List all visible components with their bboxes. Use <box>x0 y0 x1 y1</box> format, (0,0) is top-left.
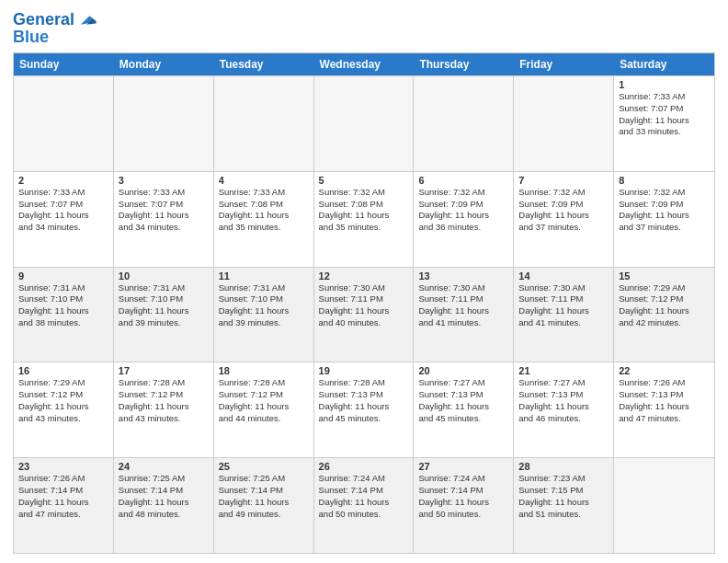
day-info: Sunrise: 7:25 AMSunset: 7:14 PMDaylight:… <box>119 473 209 520</box>
day-cell-3: 3Sunrise: 7:33 AMSunset: 7:07 PMDaylight… <box>114 172 214 267</box>
day-number: 1 <box>619 79 710 90</box>
header-day-sunday: Sunday <box>14 53 114 75</box>
day-cell-21: 21Sunrise: 7:27 AMSunset: 7:13 PMDayligh… <box>514 362 614 457</box>
day-number: 10 <box>119 270 209 282</box>
day-cell-1: 1Sunrise: 7:33 AMSunset: 7:07 PMDaylight… <box>614 76 714 171</box>
day-cell-4: 4Sunrise: 7:33 AMSunset: 7:08 PMDaylight… <box>214 172 314 267</box>
day-info: Sunrise: 7:33 AMSunset: 7:07 PMDaylight:… <box>18 187 108 234</box>
day-cell-26: 26Sunrise: 7:24 AMSunset: 7:14 PMDayligh… <box>314 458 415 553</box>
day-info: Sunrise: 7:28 AMSunset: 7:13 PMDaylight:… <box>319 377 409 424</box>
day-info: Sunrise: 7:29 AMSunset: 7:12 PMDaylight:… <box>619 282 710 329</box>
day-number: 20 <box>418 365 508 376</box>
header-day-thursday: Thursday <box>414 53 514 75</box>
header-day-monday: Monday <box>114 53 214 75</box>
day-info: Sunrise: 7:26 AMSunset: 7:14 PMDaylight:… <box>18 473 108 520</box>
day-info: Sunrise: 7:26 AMSunset: 7:13 PMDaylight:… <box>619 377 710 424</box>
day-number: 12 <box>319 270 409 282</box>
day-cell-13: 13Sunrise: 7:30 AMSunset: 7:11 PMDayligh… <box>414 268 514 362</box>
page: General Blue SundayMondayTuesdayWednesda… <box>0 0 728 563</box>
day-info: Sunrise: 7:31 AMSunset: 7:10 PMDaylight:… <box>119 282 209 329</box>
calendar-row-0: 1Sunrise: 7:33 AMSunset: 7:07 PMDaylight… <box>14 75 714 171</box>
day-cell-empty <box>514 76 614 171</box>
day-cell-14: 14Sunrise: 7:30 AMSunset: 7:11 PMDayligh… <box>514 268 614 362</box>
day-info: Sunrise: 7:32 AMSunset: 7:09 PMDaylight:… <box>518 187 609 234</box>
day-number: 19 <box>319 365 409 376</box>
day-number: 14 <box>518 270 609 282</box>
calendar-row-1: 2Sunrise: 7:33 AMSunset: 7:07 PMDaylight… <box>14 171 714 267</box>
day-number: 18 <box>219 365 309 376</box>
calendar-row-3: 16Sunrise: 7:29 AMSunset: 7:12 PMDayligh… <box>14 362 714 457</box>
day-number: 21 <box>518 365 609 376</box>
day-cell-17: 17Sunrise: 7:28 AMSunset: 7:12 PMDayligh… <box>114 362 214 457</box>
day-cell-empty <box>114 76 214 171</box>
day-cell-9: 9Sunrise: 7:31 AMSunset: 7:10 PMDaylight… <box>14 268 114 362</box>
logo-text: General <box>13 11 74 29</box>
day-cell-27: 27Sunrise: 7:24 AMSunset: 7:14 PMDayligh… <box>414 458 514 553</box>
day-number: 7 <box>518 175 609 186</box>
day-info: Sunrise: 7:33 AMSunset: 7:07 PMDaylight:… <box>619 91 710 138</box>
day-cell-empty <box>614 458 714 553</box>
day-info: Sunrise: 7:30 AMSunset: 7:11 PMDaylight:… <box>418 282 508 329</box>
day-cell-19: 19Sunrise: 7:28 AMSunset: 7:13 PMDayligh… <box>314 362 415 457</box>
day-cell-23: 23Sunrise: 7:26 AMSunset: 7:14 PMDayligh… <box>14 458 114 553</box>
day-info: Sunrise: 7:32 AMSunset: 7:09 PMDaylight:… <box>619 187 710 234</box>
day-cell-empty <box>314 76 415 171</box>
day-cell-empty <box>14 76 114 171</box>
day-number: 5 <box>319 175 409 186</box>
day-number: 2 <box>18 175 108 186</box>
day-info: Sunrise: 7:24 AMSunset: 7:14 PMDaylight:… <box>418 473 508 520</box>
day-number: 24 <box>119 461 209 472</box>
day-number: 13 <box>418 270 508 282</box>
header-day-saturday: Saturday <box>614 53 714 75</box>
day-number: 3 <box>119 175 209 186</box>
day-number: 26 <box>319 461 409 472</box>
day-cell-28: 28Sunrise: 7:23 AMSunset: 7:15 PMDayligh… <box>514 458 614 553</box>
header-day-tuesday: Tuesday <box>214 53 314 75</box>
day-info: Sunrise: 7:31 AMSunset: 7:10 PMDaylight:… <box>18 282 108 329</box>
day-cell-24: 24Sunrise: 7:25 AMSunset: 7:14 PMDayligh… <box>114 458 214 553</box>
calendar-row-2: 9Sunrise: 7:31 AMSunset: 7:10 PMDaylight… <box>14 267 714 362</box>
logo-icon <box>76 9 98 31</box>
day-cell-7: 7Sunrise: 7:32 AMSunset: 7:09 PMDaylight… <box>514 172 614 267</box>
day-info: Sunrise: 7:24 AMSunset: 7:14 PMDaylight:… <box>319 473 409 520</box>
day-number: 9 <box>18 270 108 282</box>
day-cell-11: 11Sunrise: 7:31 AMSunset: 7:10 PMDayligh… <box>214 268 314 362</box>
day-cell-5: 5Sunrise: 7:32 AMSunset: 7:08 PMDaylight… <box>314 172 415 267</box>
header: General Blue <box>13 9 715 47</box>
day-info: Sunrise: 7:30 AMSunset: 7:11 PMDaylight:… <box>518 282 609 329</box>
day-info: Sunrise: 7:30 AMSunset: 7:11 PMDaylight:… <box>319 282 409 329</box>
logo: General Blue <box>13 9 98 47</box>
day-number: 6 <box>418 175 508 186</box>
day-cell-10: 10Sunrise: 7:31 AMSunset: 7:10 PMDayligh… <box>114 268 214 362</box>
day-info: Sunrise: 7:28 AMSunset: 7:12 PMDaylight:… <box>119 377 209 424</box>
day-info: Sunrise: 7:31 AMSunset: 7:10 PMDaylight:… <box>219 282 309 329</box>
day-number: 23 <box>18 461 108 472</box>
day-cell-12: 12Sunrise: 7:30 AMSunset: 7:11 PMDayligh… <box>314 268 415 362</box>
day-number: 25 <box>219 461 309 472</box>
day-cell-empty <box>414 76 514 171</box>
day-cell-15: 15Sunrise: 7:29 AMSunset: 7:12 PMDayligh… <box>614 268 714 362</box>
calendar-header: SundayMondayTuesdayWednesdayThursdayFrid… <box>14 53 714 75</box>
day-info: Sunrise: 7:29 AMSunset: 7:12 PMDaylight:… <box>18 377 108 424</box>
day-cell-22: 22Sunrise: 7:26 AMSunset: 7:13 PMDayligh… <box>614 362 714 457</box>
day-number: 28 <box>518 461 609 472</box>
day-cell-25: 25Sunrise: 7:25 AMSunset: 7:14 PMDayligh… <box>214 458 314 553</box>
header-day-friday: Friday <box>514 53 614 75</box>
day-number: 16 <box>18 365 108 376</box>
day-info: Sunrise: 7:23 AMSunset: 7:15 PMDaylight:… <box>518 473 609 520</box>
day-number: 4 <box>219 175 309 186</box>
header-day-wednesday: Wednesday <box>314 53 415 75</box>
day-info: Sunrise: 7:32 AMSunset: 7:08 PMDaylight:… <box>319 187 409 234</box>
day-cell-empty <box>214 76 314 171</box>
calendar: SundayMondayTuesdayWednesdayThursdayFrid… <box>13 52 715 554</box>
day-info: Sunrise: 7:27 AMSunset: 7:13 PMDaylight:… <box>418 377 508 424</box>
day-info: Sunrise: 7:25 AMSunset: 7:14 PMDaylight:… <box>219 473 309 520</box>
day-number: 22 <box>619 365 710 376</box>
day-info: Sunrise: 7:27 AMSunset: 7:13 PMDaylight:… <box>518 377 609 424</box>
day-cell-8: 8Sunrise: 7:32 AMSunset: 7:09 PMDaylight… <box>614 172 714 267</box>
day-cell-20: 20Sunrise: 7:27 AMSunset: 7:13 PMDayligh… <box>414 362 514 457</box>
calendar-body: 1Sunrise: 7:33 AMSunset: 7:07 PMDaylight… <box>14 75 714 553</box>
day-number: 8 <box>619 175 710 186</box>
calendar-row-4: 23Sunrise: 7:26 AMSunset: 7:14 PMDayligh… <box>14 457 714 553</box>
day-info: Sunrise: 7:32 AMSunset: 7:09 PMDaylight:… <box>418 187 508 234</box>
